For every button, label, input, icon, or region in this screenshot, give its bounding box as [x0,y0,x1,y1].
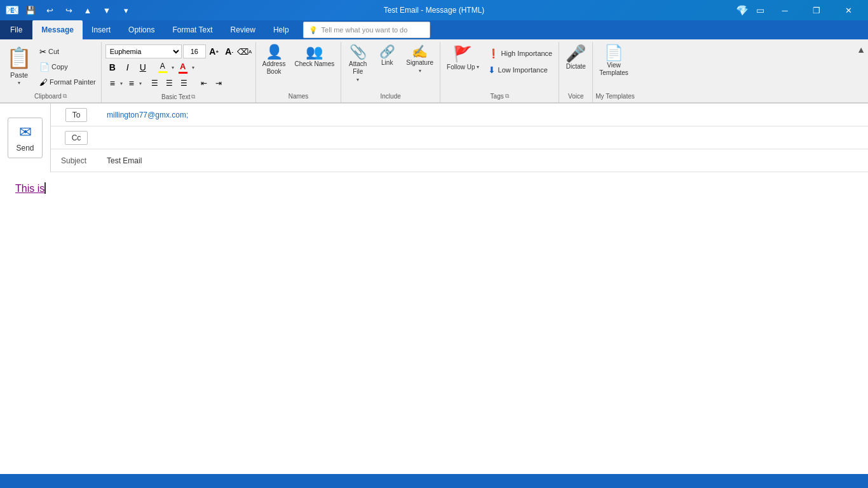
include-group-label: Include [344,91,437,101]
subject-value[interactable]: Test Email [102,154,868,168]
view-templates-label: ViewTemplates [599,62,628,77]
dictate-label: Dictate [566,63,586,71]
restore-btn[interactable]: ❐ [802,0,831,20]
cut-icon: ✂ [39,47,46,57]
format-painter-label: Format Painter [50,78,96,86]
follow-up-label: Follow Up [447,64,475,71]
follow-up-dd[interactable]: ▾ [477,64,479,70]
link-button[interactable]: 🔗 Link [373,43,401,69]
basic-text-group-label: Basic Text ⧉ [104,92,253,102]
outlook-window: 📧 💾 ↩ ↪ ▲ ▼ ▾ Test Email - Message (HTML… [0,0,868,488]
address-book-button[interactable]: 👤 AddressBook [259,43,290,78]
signature-button[interactable]: ✍ Signature ▾ [402,43,437,76]
indent-buttons: ⇤ ⇥ [197,76,226,90]
cut-button[interactable]: ✂ Cut [37,44,98,58]
minimize-btn[interactable]: ─ [770,0,799,20]
store-icon[interactable]: 💎 [735,3,750,18]
clear-format-btn[interactable]: ⌫A [238,44,252,58]
tab-file[interactable]: File [0,20,32,39]
ribbon-group-tags: 🚩 Follow Up ▾ ❗ High Importance ⬇ Low Im… [440,42,559,102]
clipboard-expand-icon[interactable]: ⧉ [63,93,67,100]
italic-btn[interactable]: I [121,60,135,74]
customize-quick-btn[interactable]: ▾ [118,3,133,18]
tab-options[interactable]: Options [119,20,163,39]
tab-insert[interactable]: Insert [83,20,119,39]
high-importance-icon: ❗ [488,48,499,58]
to-button[interactable]: To [65,108,88,122]
view-templates-button[interactable]: 📄 ViewTemplates [595,43,632,79]
bold-btn[interactable]: B [105,60,119,74]
copy-button[interactable]: 📄 Copy [37,60,98,74]
cc-value[interactable] [102,135,868,140]
increase-indent-btn[interactable]: ⇥ [212,76,226,90]
align-left-btn[interactable]: ☰ [148,76,162,90]
tell-me-bar[interactable]: 💡 Tell me what you want to do [303,22,430,38]
ribbon-collapse-btn[interactable]: ▲ [854,42,868,57]
ribbon-group-include: 📎 AttachFile ▾ 🔗 Link ✍ Signature ▾ Incl… [341,42,440,102]
font-family-select[interactable]: Euphemia [105,44,182,58]
highlight-dd-arrow[interactable]: ▾ [171,65,175,71]
attach-file-button[interactable]: 📎 AttachFile ▾ [344,43,372,85]
tags-group-content: 🚩 Follow Up ▾ ❗ High Importance ⬇ Low Im… [443,43,556,91]
ribbon-group-clipboard: 📋 Paste ▾ ✂ Cut 📄 Copy 🖌 Format [0,42,102,102]
ribbon-tabs: File Message Insert Options Format Text … [0,20,868,39]
send-button[interactable]: ✉ Send [8,118,42,158]
highlight-btn[interactable]: A [156,60,170,74]
decrease-indent-btn[interactable]: ⇤ [197,76,211,90]
basic-text-expand-icon[interactable]: ⧉ [191,93,195,100]
increase-font-btn[interactable]: A+ [207,44,221,58]
paste-icon: 📋 [6,46,32,70]
font-color-bar [179,72,187,74]
importance-buttons: ❗ High Importance ⬇ Low Importance [484,43,557,78]
templates-group-content: 📄 ViewTemplates [595,43,635,91]
decrease-font-btn[interactable]: A- [222,44,236,58]
to-value[interactable]: millington77@gmx.com; [102,108,868,122]
paste-dd-arrow[interactable]: ▾ [18,80,20,86]
basic-text-group-content: Euphemia A+ A- ⌫A B I U [104,43,253,92]
clipboard-small-buttons: ✂ Cut 📄 Copy 🖌 Format Painter [37,43,98,89]
paste-button[interactable]: 📋 Paste ▾ [3,43,36,88]
font-color-indicator: A [179,62,187,74]
restore-ribbon-btn[interactable]: ▭ [752,3,768,18]
bullets-dd-arrow[interactable]: ▾ [119,81,123,86]
tab-review[interactable]: Review [222,20,264,39]
attach-file-dd[interactable]: ▾ [356,77,359,83]
low-importance-button[interactable]: ⬇ Low Importance [484,62,557,78]
signature-dd[interactable]: ▾ [419,68,421,74]
high-importance-button[interactable]: ❗ High Importance [484,46,557,61]
format-painter-icon: 🖌 [39,78,48,87]
numbering-btn[interactable]: ≡ [125,76,139,90]
tab-format-text[interactable]: Format Text [163,20,221,39]
font-row-2: B I U A ▾ A [105,60,252,74]
check-names-label: Check Names [294,60,334,68]
follow-up-button[interactable]: 🚩 Follow Up ▾ [443,43,482,72]
cc-label-cell: Cc [51,131,102,145]
dictate-button[interactable]: 🎤 Dictate [562,43,590,72]
high-importance-label: High Importance [501,50,553,57]
to-row: To millington77@gmx.com; [51,104,868,126]
check-names-button[interactable]: 👥 Check Names [290,43,338,70]
tags-expand-icon[interactable]: ⧉ [505,93,509,100]
tab-help[interactable]: Help [264,20,298,39]
up-quick-btn[interactable]: ▲ [80,3,95,18]
bullets-btn[interactable]: ≡ [105,76,119,90]
font-color-btn[interactable]: A [176,60,190,74]
save-quick-btn[interactable]: 💾 [23,3,38,18]
tab-message[interactable]: Message [32,20,83,39]
redo-quick-btn[interactable]: ↪ [61,3,76,18]
font-color-dd-arrow[interactable]: ▾ [191,65,195,71]
font-size-input[interactable] [183,44,206,58]
align-center-btn[interactable]: ☰ [163,76,177,90]
compose-body[interactable]: This is [0,172,868,474]
ribbon-group-voice: 🎤 Dictate Voice [559,42,593,102]
voice-group-content: 🎤 Dictate [562,43,590,91]
format-painter-button[interactable]: 🖌 Format Painter [37,75,98,89]
close-btn[interactable]: ✕ [834,0,863,20]
down-quick-btn[interactable]: ▼ [99,3,114,18]
align-right-btn[interactable]: ☰ [177,76,191,90]
underline-btn[interactable]: U [136,60,150,74]
link-label: Link [381,59,393,67]
cc-button[interactable]: Cc [65,131,88,145]
numbering-dd-arrow[interactable]: ▾ [139,81,142,86]
undo-quick-btn[interactable]: ↩ [42,3,57,18]
